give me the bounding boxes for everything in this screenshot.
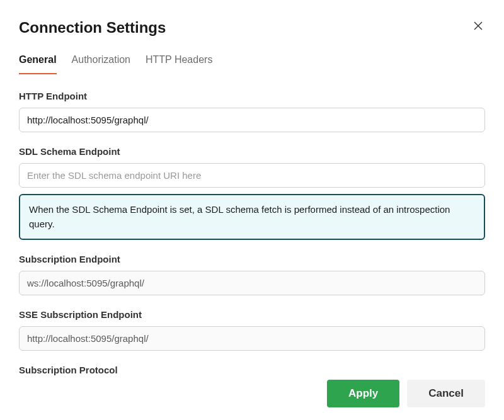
dialog-footer: Apply Cancel — [327, 380, 485, 407]
sdl-schema-endpoint-group: SDL Schema Endpoint When the SDL Schema … — [19, 146, 485, 240]
http-endpoint-input[interactable] — [19, 108, 485, 132]
sdl-schema-info: When the SDL Schema Endpoint is set, a S… — [19, 194, 485, 240]
sse-subscription-endpoint-label: SSE Subscription Endpoint — [19, 309, 485, 320]
subscription-endpoint-group: Subscription Endpoint — [19, 254, 485, 295]
subscription-protocol-label: Subscription Protocol — [19, 365, 485, 375]
sse-subscription-endpoint-group: SSE Subscription Endpoint — [19, 309, 485, 351]
connection-settings-dialog: Connection Settings General Authorizatio… — [0, 0, 504, 420]
subscription-endpoint-input[interactable] — [19, 271, 485, 295]
sdl-schema-endpoint-input[interactable] — [19, 163, 485, 188]
subscription-protocol-group: Subscription Protocol — [19, 365, 485, 375]
dialog-header: Connection Settings — [19, 19, 485, 37]
sse-subscription-endpoint-input[interactable] — [19, 326, 485, 351]
subscription-endpoint-label: Subscription Endpoint — [19, 254, 485, 264]
close-icon — [474, 21, 483, 32]
apply-button[interactable]: Apply — [327, 380, 399, 407]
tab-general[interactable]: General — [19, 54, 57, 74]
cancel-button[interactable]: Cancel — [407, 380, 485, 407]
tab-http-headers[interactable]: HTTP Headers — [146, 54, 212, 74]
tab-authorization[interactable]: Authorization — [72, 54, 130, 74]
dialog-title: Connection Settings — [19, 19, 166, 37]
sdl-schema-endpoint-label: SDL Schema Endpoint — [19, 146, 485, 157]
http-endpoint-label: HTTP Endpoint — [19, 91, 485, 101]
tabs-container: General Authorization HTTP Headers — [19, 54, 485, 74]
http-endpoint-group: HTTP Endpoint — [19, 91, 485, 132]
close-button[interactable] — [471, 19, 485, 35]
